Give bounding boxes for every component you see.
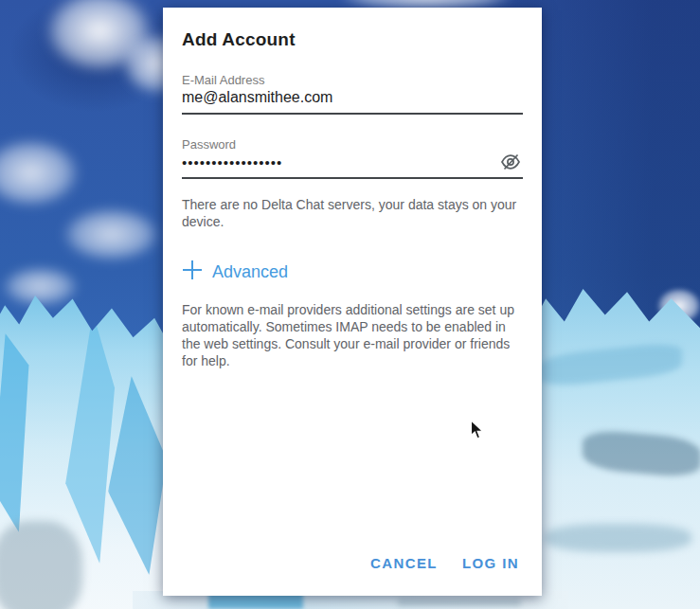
dialog-actions: CANCEL LOG IN	[370, 555, 519, 571]
password-input[interactable]	[182, 154, 498, 170]
password-label: Password	[182, 137, 523, 152]
cloud	[47, 199, 175, 270]
ice-spike	[108, 376, 167, 575]
login-button[interactable]: LOG IN	[462, 555, 519, 571]
ice-shadow	[545, 524, 691, 552]
ice-shadow	[540, 341, 682, 388]
plus-icon	[182, 260, 203, 284]
ice-spike	[0, 333, 51, 532]
email-input[interactable]	[182, 89, 523, 106]
email-field-row	[182, 89, 523, 115]
mouse-pointer-icon	[470, 420, 484, 444]
password-field-row	[182, 153, 523, 179]
advanced-expander[interactable]: Advanced	[182, 260, 523, 284]
glacier-ice-left	[0, 296, 171, 609]
dialog-title: Add Account	[182, 8, 523, 50]
eye-off-icon	[500, 159, 521, 173]
no-servers-info-text: There are no Delta Chat servers, your da…	[182, 196, 523, 230]
ice-shadow	[398, 599, 521, 606]
desktop-background: Add Account E-Mail Address Password Ther…	[0, 0, 700, 609]
provider-help-text: For known e-mail providers additional se…	[182, 301, 523, 369]
email-label: E-Mail Address	[182, 73, 523, 87]
advanced-label: Advanced	[212, 262, 288, 282]
glacier-ice-right	[530, 282, 700, 609]
cancel-button[interactable]: CANCEL	[370, 555, 438, 571]
ice-shadow	[583, 429, 700, 479]
add-account-dialog: Add Account E-Mail Address Password Ther…	[163, 8, 542, 596]
ice-shadow	[0, 521, 82, 609]
ice-spike	[59, 313, 127, 564]
toggle-password-visibility-button[interactable]	[498, 153, 523, 170]
